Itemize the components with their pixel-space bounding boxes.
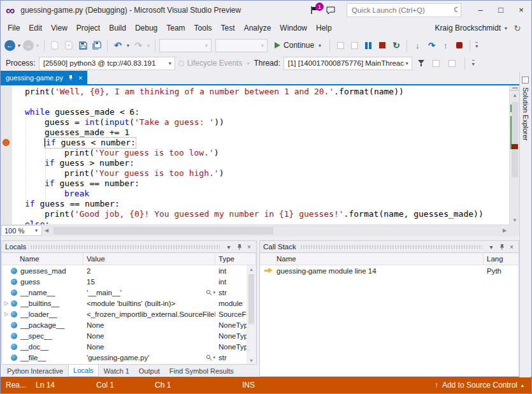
scroll-right-icon[interactable]: ▶ xyxy=(500,228,509,233)
panel-tab-python-interactive[interactable]: Python Interactive xyxy=(3,365,68,377)
show-threads-button[interactable] xyxy=(430,57,443,69)
pin-icon[interactable] xyxy=(496,242,507,252)
panel-tab-watch-1[interactable]: Watch 1 xyxy=(99,365,134,377)
callstack-column-headers[interactable]: Name Lang xyxy=(260,253,519,265)
process-combo[interactable]: [25590] python3 @ tcp://40.83.191 ▾ xyxy=(39,57,175,70)
code-line[interactable]: if guess == number: xyxy=(1,199,509,209)
events-button[interactable] xyxy=(348,39,361,52)
navigate-forward-button[interactable]: → xyxy=(23,40,34,51)
magnifier-icon[interactable]: ▾ xyxy=(206,354,215,361)
code-line[interactable]: print('Your guess is too high.') xyxy=(1,168,509,179)
new-file-button[interactable] xyxy=(48,39,61,52)
scroll-up-icon[interactable]: ▲ xyxy=(510,91,520,99)
column-type[interactable]: Type xyxy=(215,253,256,265)
code-line[interactable]: print('Good job, {0}! You guessed my num… xyxy=(1,209,509,219)
continue-button[interactable]: Continue ▾ xyxy=(271,41,326,50)
locals-row[interactable]: ▷__loader__<_frozen_importlib_external.S… xyxy=(2,309,247,319)
locals-column-headers[interactable]: Name Value Type xyxy=(2,253,256,265)
save-all-button[interactable] xyxy=(90,39,103,52)
debugbar-overflow-icon[interactable]: ▾ xyxy=(472,60,475,67)
menu-help[interactable]: Help xyxy=(312,21,336,35)
pin-icon[interactable] xyxy=(234,242,244,252)
configuration-combo[interactable]: ▾ xyxy=(159,39,212,52)
locals-scroll-thumb[interactable] xyxy=(248,274,254,324)
locals-row[interactable]: ▷__builtins__<module 'builtins' (built-i… xyxy=(2,298,247,309)
locals-row[interactable]: __spec__NoneNoneTyp xyxy=(2,330,247,341)
vertical-scroll-thumb[interactable] xyxy=(512,102,518,177)
expander-icon[interactable]: ▷ xyxy=(2,311,11,317)
column-name[interactable]: Name xyxy=(2,253,83,265)
code-line[interactable] xyxy=(1,97,509,107)
locals-row[interactable]: guess15int xyxy=(2,276,247,287)
locals-row[interactable]: __doc__NoneNoneTyp xyxy=(2,341,247,352)
scroll-down-icon[interactable]: ▼ xyxy=(247,356,256,364)
lifecycle-events-button[interactable]: Lifecycle Events xyxy=(187,59,243,68)
close-button[interactable]: × xyxy=(511,1,531,19)
code-editor[interactable]: print('Well, {0}, I am thinking of a num… xyxy=(1,85,520,236)
pin-icon[interactable] xyxy=(68,75,74,81)
intellitrace-button[interactable] xyxy=(453,39,466,52)
step-out-button[interactable]: ↑ xyxy=(439,39,452,52)
send-feedback-button[interactable] xyxy=(324,3,338,17)
expander-icon[interactable]: ▷ xyxy=(2,300,11,306)
zoom-selector[interactable]: 100 % ▾ xyxy=(1,225,42,236)
panel-tab-find-symbol-results[interactable]: Find Symbol Results xyxy=(165,365,238,377)
thread-combo[interactable]: [1] [140017000875776] MainThreac ▾ xyxy=(284,57,412,70)
save-button[interactable] xyxy=(76,39,89,52)
locals-row[interactable]: __file__'guessing-game.py'▾str xyxy=(2,352,247,363)
add-to-source-control-button[interactable]: ↑ Add to Source Control ▴ xyxy=(435,381,531,390)
navigate-back-dropdown-icon[interactable]: ▾ xyxy=(17,43,22,48)
user-dropdown-caret-icon[interactable]: ▾ xyxy=(503,26,508,31)
column-lang[interactable]: Lang xyxy=(484,253,519,265)
stop-debugging-button[interactable] xyxy=(376,39,389,52)
menu-file[interactable]: File xyxy=(3,21,24,35)
close-icon[interactable]: × xyxy=(507,242,517,252)
menu-test[interactable]: Test xyxy=(217,21,240,35)
callstack-row[interactable]: guessing-game module line 14Pyth xyxy=(260,265,519,276)
code-area[interactable]: print('Well, {0}, I am thinking of a num… xyxy=(1,85,509,224)
menu-tools[interactable]: Tools xyxy=(190,21,217,35)
magnifier-icon[interactable]: ▾ xyxy=(206,289,215,296)
code-line[interactable]: print('Your guess is too low.') xyxy=(1,148,509,158)
step-into-button[interactable]: ↓ xyxy=(411,39,424,52)
locals-header[interactable]: Locals ▾ × xyxy=(2,241,256,253)
editor-horizontal-scrollbar[interactable]: 100 % ▾ ◀ ▶ xyxy=(1,224,509,236)
lifecycle-dropdown-icon[interactable]: ▾ xyxy=(245,61,250,66)
horizontal-scroll-thumb[interactable] xyxy=(54,227,273,235)
horizontal-splitter[interactable] xyxy=(1,236,531,240)
toolbar-overflow-icon[interactable]: ▾ xyxy=(475,42,478,49)
window-position-icon[interactable]: ▾ xyxy=(486,242,496,252)
redo-dropdown-icon[interactable]: ▾ xyxy=(146,43,151,48)
menu-debug[interactable]: Debug xyxy=(131,21,162,35)
code-line[interactable]: if guess == number: xyxy=(1,179,509,189)
code-line[interactable]: if guess < number: xyxy=(1,138,509,148)
platform-combo[interactable]: ▾ xyxy=(215,39,268,52)
code-line[interactable]: if guess > number: xyxy=(1,158,509,168)
scroll-down-icon[interactable]: ▼ xyxy=(510,216,520,224)
scrollbar-split-grip[interactable] xyxy=(510,85,520,91)
filter-threads-icon[interactable] xyxy=(418,60,424,66)
add-item-button[interactable] xyxy=(62,39,75,52)
menu-team[interactable]: Team xyxy=(162,21,189,35)
code-line[interactable]: break xyxy=(1,189,509,199)
restart-button[interactable]: ↻ xyxy=(390,39,403,52)
code-line[interactable]: while guesses_made < 6: xyxy=(1,107,509,117)
navigate-back-button[interactable]: ← xyxy=(4,40,15,51)
locals-row[interactable]: __package__NoneNoneTyp xyxy=(2,319,247,330)
callstack-header[interactable]: Call Stack ▾ × xyxy=(260,241,519,253)
column-name[interactable]: Name xyxy=(260,253,484,265)
window-position-icon[interactable]: ▾ xyxy=(224,242,234,252)
undo-dropdown-icon[interactable]: ▾ xyxy=(126,43,131,48)
column-value[interactable]: Value xyxy=(83,253,215,265)
flag-threads-button[interactable] xyxy=(446,57,459,69)
panel-tab-locals[interactable]: Locals xyxy=(68,365,99,377)
quick-launch-input[interactable] xyxy=(350,6,451,15)
diagnostics-button[interactable] xyxy=(334,39,347,52)
quick-launch-box[interactable] xyxy=(347,3,461,17)
editor-vertical-scrollbar[interactable]: ▲ ▼ xyxy=(509,85,520,224)
code-line[interactable]: print('Well, {0}, I am thinking of a num… xyxy=(1,87,509,97)
sync-icon[interactable]: ↻ xyxy=(511,22,524,34)
navigate-forward-dropdown-icon[interactable]: ▾ xyxy=(35,43,40,48)
maximize-button[interactable]: □ xyxy=(491,1,511,19)
menu-project[interactable]: Project xyxy=(72,21,104,35)
